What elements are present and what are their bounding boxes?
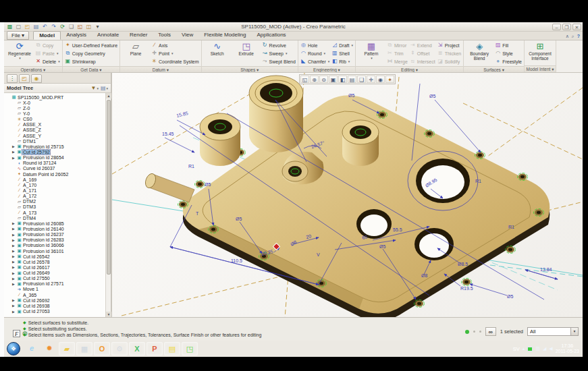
dimension-label[interactable]: Ø5 bbox=[379, 244, 385, 249]
tree-scrollbar[interactable]: ▲ ▼ bbox=[105, 93, 111, 317]
hole-button[interactable]: ◎Hole bbox=[300, 41, 329, 49]
boundary-blend-button[interactable]: ◈Boundary Blend bbox=[466, 41, 493, 61]
tree-item-cut-id-26649[interactable]: ▶▣Cut id 26649 bbox=[4, 270, 107, 276]
dimension-label[interactable]: R1 bbox=[475, 179, 481, 183]
tree-item-a-169[interactable]: ∕A_169 bbox=[4, 177, 107, 182]
volume-icon[interactable]: ◀ bbox=[549, 346, 552, 351]
dimension-label[interactable]: T bbox=[196, 211, 199, 216]
repaint-icon[interactable]: ▣ bbox=[329, 76, 338, 83]
tree-item-cs0[interactable]: ✳CS0 bbox=[4, 117, 107, 122]
part-3d-model[interactable] bbox=[144, 76, 550, 317]
round-button[interactable]: ◠Round▾ bbox=[300, 49, 329, 57]
style-button[interactable]: ◠Style bbox=[495, 49, 522, 57]
tree-item-protrusion-id-25715[interactable]: ▶▣Protrusion id 25715 bbox=[4, 144, 107, 149]
tree-item-protrusion-id-28654[interactable]: ▶▣Protrusion id 28654 bbox=[4, 155, 107, 161]
dimension-label[interactable]: Ø5 bbox=[348, 93, 354, 98]
copy-geometry-button[interactable]: ⧉Copy Geometry bbox=[65, 49, 117, 57]
offset-button[interactable]: ⇞Offset bbox=[410, 49, 435, 57]
tree-item-protrusion-id-36101[interactable]: ▶▣Protrusion id 36101 bbox=[4, 248, 107, 254]
fill-button[interactable]: ▨Fill bbox=[495, 41, 522, 49]
tree-item-protrusion-id-26237[interactable]: ▶▣Protrusion id 26237 bbox=[4, 232, 107, 237]
tree-settings-arrow[interactable]: ▾ bbox=[106, 86, 108, 90]
tree-item-cut-id-27053[interactable]: ▶▣Cut id 27053 bbox=[4, 308, 107, 314]
tree-item-a-170[interactable]: ∕A_170 bbox=[4, 182, 107, 188]
expand-arrow-icon[interactable]: ▶ bbox=[11, 277, 16, 281]
tree-item-cut-id-26578[interactable]: ▶▣Cut id 26578 bbox=[4, 259, 107, 264]
tree-item-round-id-37124[interactable]: ◖Round id 37124 bbox=[4, 161, 107, 166]
tree-item-a-171[interactable]: ∕A_171 bbox=[4, 188, 107, 193]
ribbon-group-model-intent[interactable]: Model Intent ▾ bbox=[525, 65, 556, 72]
expand-arrow-icon[interactable]: ▶ bbox=[11, 249, 16, 253]
maximize-button[interactable]: ❐ bbox=[562, 24, 571, 30]
taskbar-generic-app-icon[interactable]: ▦ bbox=[76, 342, 92, 355]
expand-arrow-icon[interactable]: ▶ bbox=[11, 238, 16, 242]
tree-item-cut-id-26542[interactable]: ▶▣Cut id 26542 bbox=[4, 254, 107, 259]
expand-arrow-icon[interactable]: ▶ bbox=[11, 298, 16, 302]
taskbar-windows-explorer-icon[interactable]: ▰ bbox=[59, 342, 75, 355]
spin-center-icon[interactable]: ✦ bbox=[385, 76, 394, 83]
dimension-label[interactable]: Ø8.5 bbox=[458, 262, 468, 266]
tree-item-cut-id-26617[interactable]: ▶▣Cut id 26617 bbox=[4, 264, 107, 270]
tab-flexible-modeling[interactable]: Flexible Modeling bbox=[198, 31, 251, 40]
ribbon-group-operations[interactable]: Operations ▾ bbox=[4, 66, 62, 72]
dimension-label[interactable]: Ø5 bbox=[236, 217, 242, 221]
tree-item-cut-id-26692[interactable]: ▶▣Cut id 26692 bbox=[4, 297, 107, 303]
action-center-icon[interactable]: ▥ bbox=[535, 346, 540, 351]
scroll-down-arrow[interactable]: ▼ bbox=[106, 312, 111, 317]
taskbar-internet-explorer-icon[interactable]: e bbox=[24, 342, 40, 355]
taskbar-notes-app-icon[interactable]: ▤ bbox=[164, 342, 180, 355]
tree-item-cut-id-25792[interactable]: ▶▣Cut id 25792 bbox=[4, 149, 107, 154]
extrude-button[interactable]: ◳Extrude bbox=[233, 41, 260, 56]
tree-filters-icon[interactable]: ▼ bbox=[90, 85, 96, 91]
tree-item-cut-id-27550[interactable]: ▶▣Cut id 27550 bbox=[4, 276, 107, 281]
tree-item-curve-id-26037[interactable]: ∿Curve id 26037 bbox=[4, 166, 107, 171]
dimension-label[interactable]: 13.84 bbox=[540, 267, 552, 272]
tree-item-dtm2[interactable]: ▱DTM2 bbox=[4, 199, 107, 204]
3d-model-canvas[interactable]: 15.8515.4526.57°Ø5Ø5R1Ø5Ø5110.520.2520Ø8… bbox=[112, 73, 583, 317]
zoom-out-icon[interactable]: ⊖ bbox=[319, 76, 328, 83]
tree-item-dtm1[interactable]: ▱DTM1 bbox=[4, 138, 107, 144]
revolve-button[interactable]: ↻Revolve bbox=[262, 41, 296, 49]
dimension-label[interactable]: 15.85 bbox=[176, 111, 189, 118]
tab-applications[interactable]: Applications bbox=[251, 31, 291, 40]
ribbon-group-datum[interactable]: Datum ▾ bbox=[120, 66, 201, 72]
expand-arrow-icon[interactable]: ▶ bbox=[11, 271, 16, 275]
tree-item-move-1[interactable]: ➜Move 1 bbox=[4, 287, 107, 292]
zoom-in-icon[interactable]: ⊕ bbox=[310, 76, 319, 83]
expand-arrow-icon[interactable]: ▶ bbox=[11, 150, 16, 154]
fix-model-icon[interactable]: F bbox=[13, 330, 20, 337]
dropdown-arrow-icon[interactable]: ▼ bbox=[570, 328, 578, 335]
tree-item-z-0[interactable]: ▱Z-0 bbox=[4, 105, 107, 111]
merge-button[interactable]: ⧓Merge bbox=[387, 57, 408, 65]
taskbar-creo-parametric-icon[interactable]: ⚙ bbox=[111, 342, 128, 355]
tree-item-protrusion-id-36066[interactable]: ▶▣Protrusion id 36066 bbox=[4, 243, 107, 248]
favorites-tab[interactable]: ◉ bbox=[31, 74, 42, 83]
close-button[interactable]: ✕ bbox=[572, 24, 581, 30]
selection-filter-dropdown[interactable]: All ▼ bbox=[527, 327, 579, 336]
regenerate-button[interactable]: ⟳Regenerate▾ bbox=[6, 41, 33, 60]
rib-button[interactable]: ◧Rib▾ bbox=[331, 57, 353, 65]
sweep-button[interactable]: ↝Sweep▾ bbox=[262, 49, 296, 57]
clock[interactable]: 17:36 2011-05-23 bbox=[556, 343, 581, 354]
refit-icon[interactable]: ◱ bbox=[300, 76, 309, 83]
expand-arrow-icon[interactable]: ▶ bbox=[11, 265, 16, 269]
saved-orientations-icon[interactable]: ▤ bbox=[348, 76, 356, 83]
tab-annotate[interactable]: Annotate bbox=[92, 31, 124, 40]
shrinkwrap-button[interactable]: ▣Shrinkwrap bbox=[65, 57, 117, 65]
ribbon-group-surfaces[interactable]: Surfaces ▾ bbox=[464, 66, 524, 72]
delete-button[interactable]: ✕Delete▾ bbox=[35, 57, 60, 65]
tree-item-protrusion-id-26085[interactable]: ▶▣Protrusion id 26085 bbox=[4, 221, 107, 226]
tab-render[interactable]: Render bbox=[124, 31, 153, 40]
expand-arrow-icon[interactable]: ▶ bbox=[11, 304, 16, 308]
tree-item-a-172[interactable]: ∕A_172 bbox=[4, 194, 107, 199]
expand-arrow-icon[interactable]: ▶ bbox=[11, 221, 16, 225]
ribbon-group-engineering[interactable]: Engineering ▾ bbox=[298, 66, 355, 72]
tree-item-asse-x[interactable]: ∕ASSE_X bbox=[4, 122, 107, 127]
swept-blend-button[interactable]: ⤳Swept Blend bbox=[262, 57, 296, 65]
sketch-button[interactable]: ∿Sketch bbox=[204, 41, 231, 56]
tree-item-protrusion-id-26140[interactable]: ▶▣Protrusion id 26140 bbox=[4, 226, 107, 231]
plane-button[interactable]: ▱Plane bbox=[122, 41, 149, 56]
dimension-label[interactable]: Ø8 bbox=[421, 273, 427, 278]
expand-arrow-icon[interactable]: ▶ bbox=[11, 227, 16, 231]
paste-button[interactable]: ▤Paste▾ bbox=[35, 49, 60, 57]
